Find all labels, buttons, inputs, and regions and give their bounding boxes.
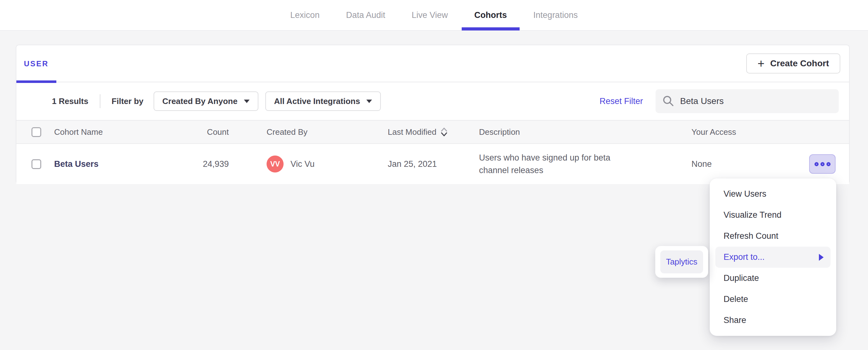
integrations-dropdown-value: All Active Integrations [274,97,360,106]
menu-item-export-to-label: Export to... [723,252,765,262]
menu-item-duplicate[interactable]: Duplicate [715,268,831,289]
creator-name: Vic Vu [290,159,315,169]
submenu-item-taplytics[interactable]: Taplytics [660,250,703,273]
cohorts-panel: USER + Create Cohort 1 Results Filter by… [16,45,850,184]
header-cohort-name: Cohort Name [54,127,167,137]
submenu-arrow-icon [819,254,824,261]
cohort-name-link[interactable]: Beta Users [54,159,98,169]
header-created-by: Created By [229,127,348,137]
tab-user[interactable]: USER [17,45,56,82]
nav-item-live-view[interactable]: Live View [412,0,448,31]
table-row: Beta Users 24,939 VV Vic Vu Jan 25, 2021… [17,144,849,184]
cohorts-page: Lexicon Data Audit Live View Cohorts Int… [0,0,868,350]
row-actions-cell [740,154,849,174]
menu-item-export-to[interactable]: Export to... [715,247,831,268]
row-checkbox-cell [17,159,54,169]
plus-icon: + [757,58,765,69]
menu-item-visualize-trend[interactable]: Visualize Trend [715,205,831,225]
avatar: VV [267,155,284,173]
last-modified-value: Jan 25, 2021 [348,159,468,169]
description-text: Users who have signed up for beta channe… [479,151,637,177]
chevron-down-icon [244,100,250,103]
your-access-value: None [637,159,740,169]
created-by-dropdown-value: Created By Anyone [162,97,238,106]
cohort-count: 24,939 [167,159,229,169]
menu-item-refresh-count[interactable]: Refresh Count [715,225,831,247]
ellipsis-icon [827,162,831,166]
created-by-dropdown[interactable]: Created By Anyone [154,92,258,111]
create-cohort-label: Create Cohort [770,59,829,69]
search-icon [662,95,675,107]
row-context-menu: View Users Visualize Trend Refresh Count… [710,178,836,336]
sort-icon[interactable] [440,127,448,137]
results-count: 1 Results [52,97,88,106]
search-input[interactable] [680,96,832,106]
ellipsis-icon [820,162,825,166]
search-box[interactable] [656,89,839,113]
create-cohort-button[interactable]: + Create Cohort [746,54,840,73]
description-cell: Users who have signed up for beta channe… [468,151,637,177]
top-nav: Lexicon Data Audit Live View Cohorts Int… [0,0,868,31]
select-all-checkbox[interactable] [31,127,41,137]
nav-item-cohorts[interactable]: Cohorts [474,0,507,31]
header-count: Count [167,127,229,137]
menu-item-view-users[interactable]: View Users [715,183,831,205]
filter-bar: 1 Results Filter by Created By Anyone Al… [17,82,849,120]
table-header: Cohort Name Count Created By Last Modifi… [17,120,849,144]
panel-tab-strip: USER + Create Cohort [17,45,849,82]
header-last-modified-label: Last Modified [388,127,436,137]
reset-filter-link[interactable]: Reset Filter [599,97,643,106]
nav-item-data-audit[interactable]: Data Audit [346,0,385,31]
row-checkbox[interactable] [31,159,41,169]
header-description: Description [468,127,637,137]
nav-item-lexicon[interactable]: Lexicon [290,0,319,31]
export-submenu: Taplytics [655,246,708,278]
integrations-dropdown[interactable]: All Active Integrations [265,92,381,111]
header-last-modified[interactable]: Last Modified [348,127,468,137]
menu-item-delete[interactable]: Delete [715,289,831,310]
header-your-access: Your Access [637,127,740,137]
ellipsis-icon [814,162,818,166]
divider [100,94,100,108]
nav-item-integrations[interactable]: Integrations [533,0,578,31]
chevron-down-icon [366,100,372,103]
header-checkbox-cell [17,127,54,137]
filter-by-label: Filter by [112,97,144,106]
menu-item-share[interactable]: Share [715,310,831,331]
row-actions-button[interactable] [809,154,836,174]
created-by-cell: VV Vic Vu [229,155,348,173]
